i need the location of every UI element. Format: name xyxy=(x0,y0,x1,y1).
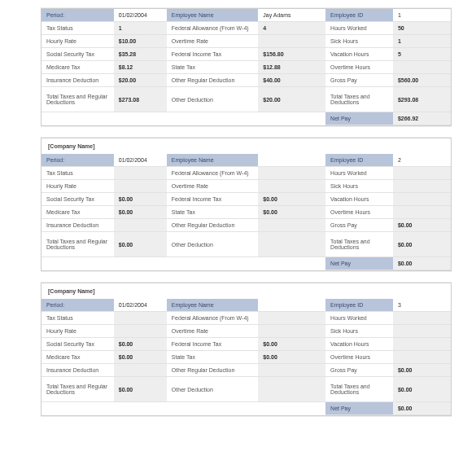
hourly-rate-value xyxy=(114,180,167,193)
period-value: 01/02/2004 xyxy=(114,154,167,167)
other-reg-deduct-label: Other Regular Deduction xyxy=(167,74,258,87)
pay-stub: Period: 01/02/2004 Employee Name Jay Ada… xyxy=(41,8,452,126)
other-deduct-label: Other Deduction xyxy=(167,232,258,257)
pay-stub-table: Period: 01/02/2004 Employee Name Jay Ada… xyxy=(41,9,451,125)
overtime-hours-label: Overtime Hours xyxy=(325,351,393,364)
overtime-hours-value xyxy=(393,351,451,364)
overtime-rate-value xyxy=(258,325,325,338)
state-tax-value: $0.00 xyxy=(258,206,325,219)
table-row: Net Pay $0.00 xyxy=(41,402,451,415)
medicare-tax-label: Medicare Tax xyxy=(41,61,114,74)
table-row: Hourly Rate Overtime Rate Sick Hours xyxy=(41,325,451,338)
tax-status-value xyxy=(114,167,167,180)
state-tax-label: State Tax xyxy=(167,351,258,364)
state-tax-value: $0.00 xyxy=(258,351,325,364)
hourly-rate-label: Hourly Rate xyxy=(41,35,114,48)
overtime-rate-label: Overtime Rate xyxy=(167,180,258,193)
hours-worked-label: Hours Worked xyxy=(325,167,393,180)
ss-tax-label: Social Security Tax xyxy=(41,48,114,61)
period-label: Period: xyxy=(41,9,114,22)
ins-deduct-value: $20.00 xyxy=(114,74,167,87)
medicare-tax-value: $0.00 xyxy=(114,351,167,364)
employee-name-value xyxy=(258,299,325,312)
total-tax-deduct2-value: $293.08 xyxy=(393,87,451,112)
total-tax-deduct2-value: $0.00 xyxy=(393,232,451,257)
total-tax-deduct2-label: Total Taxes and Deductions xyxy=(325,377,393,402)
gross-pay-label: Gross Pay xyxy=(325,219,393,232)
table-row: Medicare Tax $0.00 State Tax $0.00 Overt… xyxy=(41,351,451,364)
table-row: Net Pay $266.92 xyxy=(41,112,451,125)
hourly-rate-value: $10.00 xyxy=(114,35,167,48)
medicare-tax-label: Medicare Tax xyxy=(41,351,114,364)
hours-worked-value xyxy=(393,167,451,180)
sick-hours-value xyxy=(393,180,451,193)
vacation-hours-label: Vacation Hours xyxy=(325,338,393,351)
other-deduct-value: $20.00 xyxy=(258,87,325,112)
employee-id-value: 3 xyxy=(393,299,451,312)
tax-status-label: Tax Status xyxy=(41,22,114,35)
ins-deduct-label: Insurance Deduction xyxy=(41,219,114,232)
medicare-tax-value: $0.00 xyxy=(114,206,167,219)
employee-name-value xyxy=(258,154,325,167)
overtime-hours-value xyxy=(393,206,451,219)
other-reg-deduct-value xyxy=(258,364,325,377)
employee-id-value: 1 xyxy=(393,9,451,22)
gross-pay-value: $560.00 xyxy=(393,74,451,87)
table-row: Tax Status 1 Federal Allowance (From W-4… xyxy=(41,22,451,35)
sick-hours-label: Sick Hours xyxy=(325,180,393,193)
pay-stub: [Company Name] Period: 01/02/2004 Employ… xyxy=(41,283,452,416)
state-tax-label: State Tax xyxy=(167,206,258,219)
other-reg-deduct-label: Other Regular Deduction xyxy=(167,364,258,377)
table-row: Insurance Deduction Other Regular Deduct… xyxy=(41,219,451,232)
total-tax-deduct-value: $0.00 xyxy=(114,232,167,257)
fed-allow-value xyxy=(258,312,325,325)
vacation-hours-value xyxy=(393,338,451,351)
ins-deduct-value xyxy=(114,219,167,232)
hourly-rate-label: Hourly Rate xyxy=(41,325,114,338)
tax-status-value: 1 xyxy=(114,22,167,35)
pay-stub-table: Period: 01/02/2004 Employee Name Employe… xyxy=(41,299,451,415)
other-reg-deduct-value xyxy=(258,219,325,232)
total-tax-deduct-label: Total Taxes and Regular Deductions xyxy=(41,87,114,112)
spacer xyxy=(41,402,325,415)
table-row: Tax Status Federal Allowance (From W-4) … xyxy=(41,312,451,325)
table-row: Period: 01/02/2004 Employee Name Jay Ada… xyxy=(41,9,451,22)
ss-tax-label: Social Security Tax xyxy=(41,193,114,206)
hours-worked-label: Hours Worked xyxy=(325,312,393,325)
total-tax-deduct-label: Total Taxes and Regular Deductions xyxy=(41,377,114,402)
period-value: 01/02/2004 xyxy=(114,9,167,22)
period-label: Period: xyxy=(41,299,114,312)
net-pay-label: Net Pay xyxy=(325,112,393,125)
fed-allow-label: Federal Allowance (From W-4) xyxy=(167,312,258,325)
table-row: Insurance Deduction $20.00 Other Regular… xyxy=(41,74,451,87)
table-row: Tax Status Federal Allowance (From W-4) … xyxy=(41,167,451,180)
gross-pay-value: $0.00 xyxy=(393,219,451,232)
overtime-hours-label: Overtime Hours xyxy=(325,61,393,74)
ss-tax-label: Social Security Tax xyxy=(41,338,114,351)
table-row: Total Taxes and Regular Deductions $273.… xyxy=(41,87,451,112)
fed-allow-value: 4 xyxy=(258,22,325,35)
company-name: [Company Name] xyxy=(41,283,451,299)
ins-deduct-value xyxy=(114,364,167,377)
ss-tax-value: $0.00 xyxy=(114,193,167,206)
total-tax-deduct2-label: Total Taxes and Deductions xyxy=(325,232,393,257)
sick-hours-value: 1 xyxy=(393,35,451,48)
employee-id-label: Employee ID xyxy=(325,9,393,22)
vacation-hours-label: Vacation Hours xyxy=(325,48,393,61)
period-label: Period: xyxy=(41,154,114,167)
table-row: Total Taxes and Regular Deductions $0.00… xyxy=(41,377,451,402)
medicare-tax-label: Medicare Tax xyxy=(41,206,114,219)
total-tax-deduct-value: $0.00 xyxy=(114,377,167,402)
gross-pay-label: Gross Pay xyxy=(325,74,393,87)
hourly-rate-label: Hourly Rate xyxy=(41,180,114,193)
other-reg-deduct-label: Other Regular Deduction xyxy=(167,219,258,232)
ss-tax-value: $35.28 xyxy=(114,48,167,61)
fed-allow-label: Federal Allowance (From W-4) xyxy=(167,22,258,35)
total-tax-deduct2-value: $0.00 xyxy=(393,377,451,402)
table-row: Insurance Deduction Other Regular Deduct… xyxy=(41,364,451,377)
fed-income-tax-label: Federal Income Tax xyxy=(167,48,258,61)
other-deduct-label: Other Deduction xyxy=(167,87,258,112)
total-tax-deduct-label: Total Taxes and Regular Deductions xyxy=(41,232,114,257)
pay-stub: [Company Name] Period: 01/02/2004 Employ… xyxy=(41,138,452,271)
tax-status-label: Tax Status xyxy=(41,167,114,180)
